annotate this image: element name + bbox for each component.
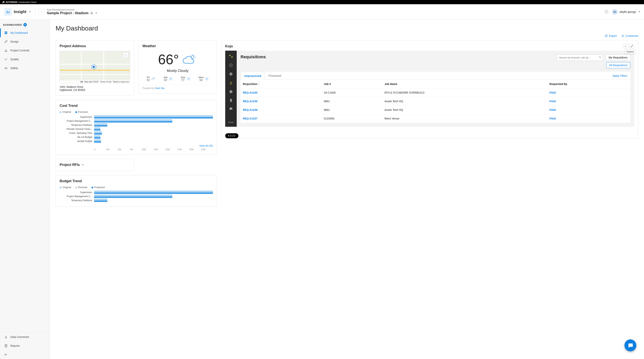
kojo-rail: 1 $ KOJO: [225, 51, 237, 127]
card-settings-button[interactable]: [623, 44, 628, 49]
svg-text:?: ?: [606, 11, 607, 13]
view-all-link[interactable]: View all (20): [199, 144, 213, 147]
address-line-2: Inglewood, CA 90303: [60, 88, 130, 92]
svg-point-14: [153, 78, 155, 79]
forecast-day: Fri75°: [146, 76, 156, 82]
requisitions-title: Requisitions: [240, 55, 554, 60]
sidebar-item-my-dashboard[interactable]: My Dashboard: [0, 28, 50, 37]
map[interactable]: ⌨ Map data ©2022 Terms of Use Report a m…: [60, 51, 130, 83]
customize-button[interactable]: Customize: [622, 34, 638, 37]
svg-point-16: [188, 78, 189, 79]
requisition-tabs: Unprocessed Processed Apply Filters: [240, 72, 630, 80]
apply-filters-link[interactable]: Apply Filters: [610, 72, 630, 80]
kojo-card: Kojo Expand 1 $: [221, 40, 638, 138]
user-menu[interactable]: SG sibylle george: [612, 9, 640, 15]
budget-trend-chart: SupervisionProject Management C...Tempor…: [60, 191, 213, 202]
module-name: Insight: [14, 10, 26, 14]
gear-icon: [622, 34, 624, 37]
sort-icon: [258, 83, 260, 85]
export-icon: [605, 34, 608, 37]
dark-sky-link[interactable]: Dark Sky: [155, 87, 165, 90]
search-input-wrap: [557, 55, 603, 61]
forecast-day: Sat75°: [164, 76, 173, 82]
svg-rect-6: [6, 33, 7, 34]
budget-trend-card: Budget Trend Original Revised Projected …: [56, 175, 217, 207]
module-switcher[interactable]: Insight: [2, 7, 33, 17]
requested-by-link[interactable]: Field: [550, 100, 556, 103]
tab-processed[interactable]: Processed: [265, 72, 285, 80]
current-temp: 66°: [158, 52, 179, 67]
card-title: Weather: [142, 44, 213, 48]
chart-legend: Original Forecast: [60, 111, 213, 113]
rail-expand-icon[interactable]: [229, 54, 233, 58]
project-selector[interactable]: Kojo Development Account Sample Project …: [47, 9, 97, 15]
expand-icon: [630, 45, 633, 48]
requisition-link[interactable]: REQ-A1239: [243, 100, 258, 103]
requested-by-link[interactable]: Field: [550, 117, 556, 120]
sidebar-item-design[interactable]: Design: [0, 37, 50, 46]
gear-icon: [624, 45, 627, 48]
rail-download-icon[interactable]: [229, 81, 233, 85]
card-title: Cost Trend: [60, 104, 213, 108]
rail-doc-icon[interactable]: [229, 99, 233, 102]
sidebar-item-safety[interactable]: Safety: [0, 64, 50, 73]
cost-trend-card: Cost Trend Original Forecast Supervision…: [56, 100, 217, 155]
sidebar-collapse-button[interactable]: [0, 350, 50, 359]
rail-one-icon[interactable]: 1: [229, 63, 233, 67]
sunny-icon: [186, 77, 191, 81]
back-button[interactable]: [38, 9, 45, 15]
rail-chat-icon[interactable]: [229, 107, 233, 111]
svg-rect-4: [6, 32, 7, 33]
svg-point-7: [6, 49, 6, 50]
all-requisitions-button[interactable]: All Requisitions: [606, 62, 630, 68]
report-icon: [4, 344, 8, 347]
sun-cloud-icon: [152, 77, 156, 81]
add-dashboard-button[interactable]: +: [24, 23, 27, 27]
col-requested-by[interactable]: Requested By: [547, 80, 630, 88]
chat-icon: [628, 342, 633, 348]
requisition-link[interactable]: REQ-A1238: [243, 108, 258, 111]
collapse-icon: [4, 353, 8, 356]
chevron-down-icon: [29, 11, 31, 12]
rail-dollar-icon[interactable]: $: [229, 90, 233, 94]
sidebar-item-data-connector[interactable]: Data Connector: [0, 332, 50, 341]
sidebar-item-project-controls[interactable]: Project Controls: [0, 46, 50, 55]
col-job-no[interactable]: Job #: [322, 80, 382, 88]
sunny-icon: [168, 77, 173, 81]
svg-point-17: [206, 78, 208, 79]
hardhat-icon: [4, 66, 8, 70]
weather-condition: Mostly Cloudy: [142, 69, 213, 73]
expand-tooltip: Expand: [625, 50, 636, 54]
pencil-icon: [4, 40, 8, 43]
top-bar: Insight Kojo Development Account Sample …: [0, 4, 644, 20]
rfi-dropdown[interactable]: Project RFIs: [60, 163, 130, 167]
col-requisition[interactable]: Requisition: [240, 80, 322, 88]
table-row: REQ-A12396891Austin Tech HQField: [240, 97, 630, 106]
requisition-link[interactable]: REQ-A1237: [243, 117, 258, 120]
svg-rect-3: [4, 32, 6, 33]
chevron-down-icon: [96, 13, 97, 14]
kojo-logo-badge: KOJO: [225, 133, 238, 138]
col-job-name[interactable]: Job Name: [382, 80, 547, 88]
brand-name: AUTODESK: [6, 1, 18, 3]
requested-by-link[interactable]: Field: [550, 91, 556, 94]
requisitions-table: Requisition Job # Job Name Requested By …: [240, 80, 630, 123]
svg-point-9: [6, 51, 6, 52]
forecast-day: Mon76°: [199, 76, 209, 82]
svg-point-10: [7, 51, 7, 52]
requisition-link[interactable]: REQ-A1240: [243, 91, 258, 94]
chat-fab[interactable]: [624, 339, 636, 351]
card-expand-button[interactable]: [629, 44, 634, 49]
help-button[interactable]: ?: [604, 10, 608, 14]
search-input[interactable]: [557, 55, 603, 61]
sidebar-item-quality[interactable]: Quality: [0, 55, 50, 64]
export-button[interactable]: Export: [605, 34, 616, 37]
requested-by-link[interactable]: Field: [550, 108, 556, 111]
my-requisitions-button[interactable]: My Requisitions: [606, 55, 630, 61]
rail-plus-icon[interactable]: [229, 72, 233, 76]
map-expand-button[interactable]: [123, 53, 128, 58]
keyboard-icon: ⌨: [80, 81, 83, 83]
sidebar-item-reports[interactable]: Reports: [0, 341, 50, 350]
forecast-day: Sun77°: [181, 76, 190, 82]
tab-unprocessed[interactable]: Unprocessed: [240, 72, 265, 80]
